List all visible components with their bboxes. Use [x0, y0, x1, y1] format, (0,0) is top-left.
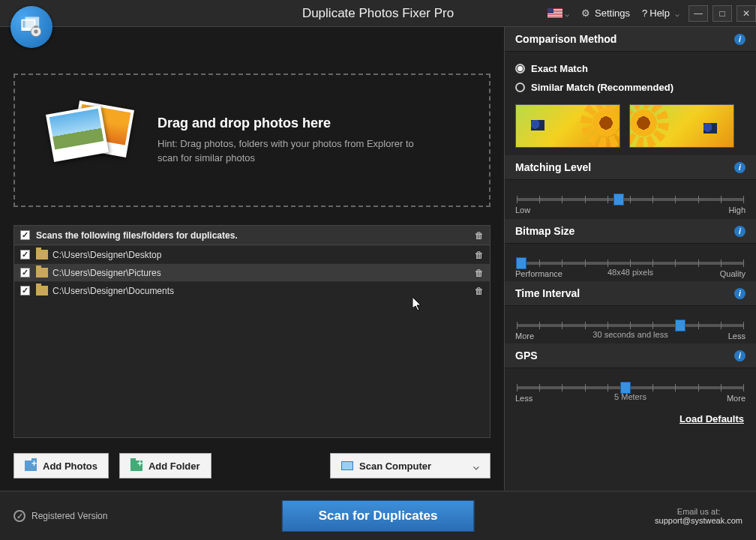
svg-point-4: [34, 29, 38, 33]
row-delete-icon[interactable]: [475, 285, 484, 296]
time-title: Time Interval: [515, 287, 734, 299]
help-label: ?: [642, 8, 647, 19]
info-icon[interactable]: [734, 34, 746, 45]
radio-similar-match[interactable]: Similar Match (Recommended): [515, 78, 746, 97]
language-dropdown[interactable]: [543, 8, 574, 19]
gps-left-label: Less: [515, 394, 532, 403]
monitor-icon: [341, 461, 353, 470]
settings-link[interactable]: Settings: [577, 8, 634, 19]
dropzone[interactable]: Drag and drop photos here Hint: Drag pho…: [14, 74, 490, 207]
list-row[interactable]: C:\Users\Designer\Desktop: [14, 245, 490, 263]
scan-duplicates-button[interactable]: Scan for Duplicates: [282, 500, 475, 532]
minimize-button[interactable]: —: [688, 5, 708, 22]
matching-title: Matching Level: [515, 161, 734, 173]
time-slider[interactable]: [517, 324, 744, 327]
slider-thumb[interactable]: [675, 320, 686, 332]
maximize-button[interactable]: □: [712, 5, 732, 22]
svg-rect-5: [34, 26, 38, 28]
scan-computer-dropdown[interactable]: Scan Computer: [330, 453, 490, 478]
info-icon[interactable]: [734, 350, 746, 362]
titlebar: Duplicate Photos Fixer Pro Settings ? He…: [0, 0, 756, 27]
help-dropdown[interactable]: ? Help: [638, 8, 684, 19]
thumbnail: [629, 104, 734, 148]
registered-label: Registered Version: [32, 511, 107, 521]
app-logo: [10, 6, 52, 48]
actions-row: Add Photos Add Folder Scan Computer: [14, 453, 490, 478]
gear-icon: [581, 8, 592, 19]
info-icon[interactable]: [734, 162, 746, 173]
matching-header: Matching Level: [505, 155, 756, 180]
chevron-down-icon: [675, 8, 680, 19]
support-email: Email us at: support@systweak.com: [655, 507, 742, 525]
row-path: C:\Users\Designer\Documents: [52, 286, 475, 296]
clear-all-icon[interactable]: [475, 230, 484, 241]
bitmap-header: Bitmap Size: [505, 219, 756, 244]
slider-thumb[interactable]: [620, 382, 631, 394]
registered-version: Registered Version: [14, 510, 107, 522]
row-path: C:\Users\Designer\Pictures: [52, 268, 475, 278]
comparison-title: Comparison Method: [515, 33, 734, 45]
time-center-label: 30 seconds and less: [515, 330, 746, 339]
load-defaults-link[interactable]: Load Defaults: [680, 413, 744, 424]
info-icon[interactable]: [734, 226, 746, 237]
scan-computer-label: Scan Computer: [359, 460, 431, 472]
add-photos-button[interactable]: Add Photos: [14, 453, 109, 478]
time-right-label: Less: [728, 332, 746, 340]
matching-low-label: Low: [515, 206, 530, 214]
check-circle-icon: [14, 510, 26, 522]
gps-right-label: More: [727, 394, 746, 403]
gps-title: GPS: [515, 350, 734, 362]
scan-list-header-label: Scans the following files/folders for du…: [36, 230, 475, 241]
row-delete-icon[interactable]: [475, 267, 484, 278]
bitmap-right-label: Quality: [720, 269, 746, 278]
slider-thumb[interactable]: [614, 194, 624, 206]
folder-icon: [36, 268, 48, 278]
chevron-down-icon: [473, 460, 479, 472]
load-defaults-row: Load Defaults: [505, 406, 756, 432]
email-label: Email us at:: [655, 507, 742, 516]
chevron-down-icon: [565, 8, 569, 19]
dropzone-heading: Drag and drop photos here: [158, 116, 428, 131]
sidebar: Comparison Method Exact Match Similar Ma…: [504, 27, 756, 490]
folder-icon: [36, 250, 48, 260]
row-checkbox[interactable]: [20, 286, 30, 296]
row-checkbox[interactable]: [20, 250, 30, 260]
settings-label: Settings: [595, 8, 630, 19]
row-path: C:\Users\Designer\Desktop: [52, 250, 475, 260]
add-photos-label: Add Photos: [43, 460, 98, 472]
row-delete-icon[interactable]: [475, 249, 484, 260]
time-left-label: More: [515, 332, 534, 340]
time-header: Time Interval: [505, 281, 756, 306]
scan-list-header: Scans the following files/folders for du…: [14, 226, 490, 245]
bitmap-title: Bitmap Size: [515, 225, 734, 237]
close-button[interactable]: ✕: [736, 5, 756, 22]
add-folder-icon: [130, 460, 142, 471]
matching-slider[interactable]: [517, 198, 744, 201]
flag-us-icon: [548, 8, 562, 18]
add-folder-button[interactable]: Add Folder: [119, 453, 212, 478]
row-checkbox[interactable]: [20, 268, 30, 278]
bitmap-left-label: Performance: [515, 269, 562, 278]
comparison-thumbnails: [515, 104, 746, 148]
radio-exact-label: Exact Match: [531, 63, 588, 74]
add-photos-icon: [25, 460, 37, 471]
comparison-header: Comparison Method: [505, 27, 756, 52]
list-row[interactable]: C:\Users\Designer\Pictures: [14, 263, 490, 281]
bitmap-slider[interactable]: [517, 262, 744, 265]
radio-exact-match[interactable]: Exact Match: [515, 59, 746, 78]
radio-icon: [515, 64, 525, 74]
select-all-checkbox[interactable]: [20, 230, 30, 240]
email-address[interactable]: support@systweak.com: [655, 516, 742, 525]
radio-icon: [515, 82, 525, 92]
slider-thumb[interactable]: [516, 257, 526, 269]
list-row[interactable]: C:\Users\Designer\Documents: [14, 281, 490, 299]
gps-slider[interactable]: [517, 386, 744, 389]
matching-high-label: High: [728, 206, 746, 214]
dropzone-illustration: [45, 99, 135, 182]
folder-icon: [36, 286, 48, 296]
info-icon[interactable]: [734, 288, 746, 299]
thumbnail: [515, 104, 620, 148]
bottombar: Registered Version Scan for Duplicates E…: [0, 490, 756, 540]
add-folder-label: Add Folder: [148, 460, 200, 472]
dropzone-hint: Hint: Drag photos, folders with your pho…: [158, 137, 428, 164]
